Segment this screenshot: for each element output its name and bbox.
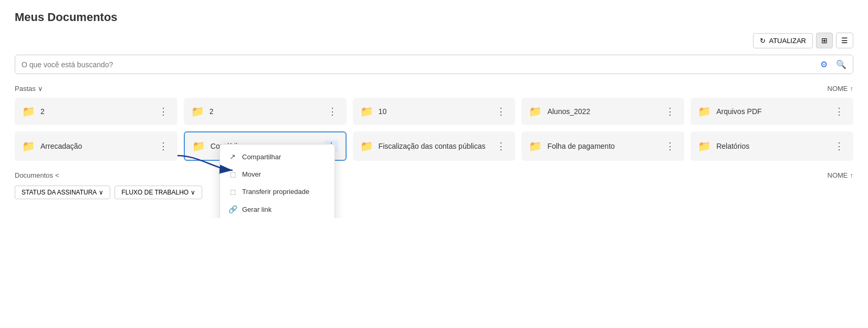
chevron-down-icon: ∨ [191,189,195,196]
refresh-button[interactable]: ↻ ATUALIZAR [753,33,813,48]
folder-menu-button[interactable]: ⋮ [663,140,677,152]
folder-name: Fiscalização das contas públicas [379,142,486,150]
folders-container: 📁 2 ⋮ 📁 2 ⋮ 📁 10 ⋮ 📁 Alunos_2022 ⋮ [15,98,853,161]
folder-icon: 📁 [22,140,35,152]
folder-info: 📁 2 [191,105,214,118]
filter-buttons: STATUS DA ASSINATURA ∨ FLUXO DE TRABALHO… [15,186,853,199]
folder-icon: 📁 [698,105,711,118]
list-icon: ☰ [841,36,848,45]
folder-icon: 📁 [698,140,711,152]
status-filter-label: STATUS DA ASSINATURA [22,189,97,196]
sort-up-icon: ↑ [850,171,854,179]
folder-icon: 📁 [360,105,373,118]
folder-name: Arquivos PDF [716,107,761,116]
documents-sort[interactable]: NOME ↑ [828,171,854,179]
folder-info: 📁 Arquivos PDF [698,105,761,118]
folder-card[interactable]: 📁 Fiscalização das contas públicas ⋮ [353,131,516,161]
workflow-filter-label: FLUXO DE TRABALHO [121,189,189,196]
folder-menu-button[interactable]: ⋮ [326,106,339,117]
folder-card[interactable]: 📁 Relatórios ⋮ [691,131,853,161]
context-menu-item-move[interactable]: ⬚ Mover [220,166,334,183]
chevron-down-icon: ∨ [99,189,103,196]
folder-name: 2 [40,107,45,116]
folder-card[interactable]: 📁 Arrecadação ⋮ [15,131,177,161]
transfer-icon: ⬚ [228,188,237,196]
folder-info: 📁 10 [360,105,387,118]
sort-up-icon: ↑ [850,85,854,93]
folder-name: Relatórios [716,142,749,150]
documents-section-header: Documentos < NOME ↑ [15,171,853,179]
folder-icon: 📁 [360,140,373,152]
folder-name: 10 [379,107,387,116]
documents-label[interactable]: Documentos < [15,171,59,179]
chevron-left-icon: < [55,171,59,179]
folders-section-header: Pastas ∨ NOME ↑ [15,85,853,93]
folder-info: 📁 Fiscalização das contas públicas [360,140,486,152]
folder-card[interactable]: 📁 2 ⋮ [184,98,347,125]
folder-name: Arrecadação [40,142,82,150]
folder-icon: 📁 [529,140,542,152]
folders-sort[interactable]: NOME ↑ [828,85,854,93]
context-menu: ↗ Compartilhar ⬚ Mover ⬚ Transferir prop… [219,144,335,218]
page-title: Meus Documentos [15,11,853,24]
folder-menu-button[interactable]: ⋮ [494,140,508,152]
folder-info: 📁 Relatórios [698,140,749,152]
search-input[interactable] [22,60,820,69]
folder-name: Folha de pagamento [547,142,614,150]
folder-info: 📁 2 [22,105,45,118]
context-menu-label-share: Compartilhar [242,153,281,161]
folder-name: 2 [210,107,214,116]
folder-menu-button[interactable]: ⋮ [156,140,170,152]
folder-icon: 📁 [192,140,205,152]
folder-card[interactable]: 📁 2 ⋮ [15,98,177,125]
link-icon: 🔗 [228,205,237,213]
filter-icon[interactable]: ⚙ [820,59,828,69]
grid-view-button[interactable]: ⊞ [816,33,833,48]
folder-menu-button[interactable]: ⋮ [832,106,846,117]
folder-info: 📁 Alunos_2022 [529,105,590,118]
status-filter-button[interactable]: STATUS DA ASSINATURA ∨ [15,186,110,199]
workflow-filter-button[interactable]: FLUXO DE TRABALHO ∨ [114,186,202,199]
folder-name: Alunos_2022 [547,107,590,116]
folder-menu-button[interactable]: ⋮ [156,106,170,117]
folder-card[interactable]: 📁 Arquivos PDF ⋮ [691,98,853,125]
context-menu-item-link[interactable]: 🔗 Gerar link [220,200,334,218]
folder-info: 📁 Folha de pagamento [529,140,614,152]
folder-card[interactable]: 📁 Folha de pagamento ⋮ [521,131,684,161]
folder-icon: 📁 [22,105,35,118]
context-menu-label-link: Gerar link [242,206,271,213]
folder-menu-button[interactable]: ⋮ [494,106,508,117]
search-icon[interactable]: 🔍 [836,59,846,69]
move-icon: ⬚ [228,171,237,178]
folder-icon: 📁 [191,105,204,118]
folders-label[interactable]: Pastas ∨ [15,85,43,93]
folder-card[interactable]: 📁 Alunos_2022 ⋮ [521,98,684,125]
folders-grid: 📁 2 ⋮ 📁 2 ⋮ 📁 10 ⋮ 📁 Alunos_2022 ⋮ [15,98,853,161]
list-view-button[interactable]: ☰ [836,33,853,48]
folder-menu-button[interactable]: ⋮ [832,140,846,152]
context-menu-item-transfer[interactable]: ⬚ Transferir propriedade [220,183,334,200]
toolbar: ↻ ATUALIZAR ⊞ ☰ [15,33,853,48]
folder-card[interactable]: 📁 10 ⋮ [353,98,516,125]
context-menu-label-move: Mover [242,170,261,178]
refresh-icon: ↻ [760,37,766,45]
folder-icon: 📁 [529,105,542,118]
folder-menu-button[interactable]: ⋮ [663,106,677,117]
share-icon: ↗ [228,152,237,161]
grid-icon: ⊞ [821,36,828,45]
context-menu-item-share[interactable]: ↗ Compartilhar [220,148,334,166]
folder-info: 📁 Arrecadação [22,140,82,152]
chevron-down-icon: ∨ [38,85,43,93]
context-menu-label-transfer: Transferir propriedade [242,188,309,196]
search-bar: ⚙ 🔍 [15,55,853,74]
